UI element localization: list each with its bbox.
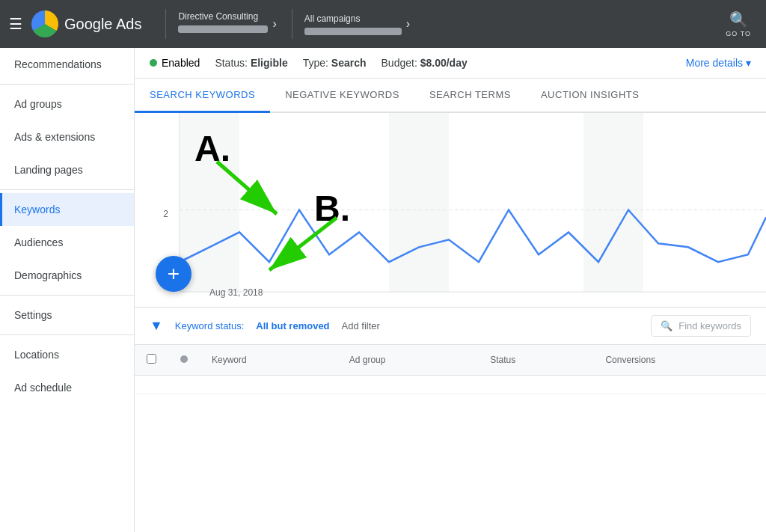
green-arrow-b [254, 210, 352, 293]
td-checkbox [135, 376, 168, 394]
chevron-down-icon: ▾ [746, 57, 751, 69]
td-conversions [593, 376, 766, 394]
sidebar-divider-1 [0, 84, 134, 85]
filter-status-label[interactable]: Keyword status: [175, 320, 245, 331]
status-value: Eligible [251, 57, 288, 69]
tab-negative-keywords[interactable]: NEGATIVE KEYWORDS [270, 79, 414, 113]
sidebar-item-settings[interactable]: Settings [0, 299, 134, 331]
account-name: Directive Consulting [178, 10, 268, 37]
status-dot-header [180, 355, 188, 363]
breadcrumb-chevron-1: › [272, 17, 276, 31]
sidebar-item-recommendations[interactable]: Recommendations [0, 48, 134, 81]
filter-status-value[interactable]: All but removed [256, 320, 329, 331]
add-filter-button[interactable]: Add filter [342, 320, 380, 331]
nav-divider [165, 9, 166, 39]
breadcrumb-section-1[interactable]: Directive Consulting › [178, 10, 279, 37]
select-all-checkbox[interactable] [147, 354, 156, 364]
budget-item: Budget: $8.00/day [382, 57, 468, 69]
add-keyword-button[interactable]: + [156, 256, 192, 292]
table-area: Keyword Ad group Status Conversions [135, 345, 766, 532]
svg-line-10 [269, 218, 337, 270]
tabs-bar: SEARCH KEYWORDS NEGATIVE KEYWORDS SEARCH… [135, 79, 766, 113]
google-ads-logo: Google Ads [31, 10, 141, 37]
app-body: Recommendations Ad groups Ads & extensio… [0, 48, 766, 532]
sidebar-item-ads-extensions[interactable]: Ads & extensions [0, 120, 134, 153]
tab-search-terms[interactable]: SEARCH TERMS [414, 79, 526, 113]
td-status-val [478, 376, 593, 394]
td-keyword [200, 376, 337, 394]
tab-auction-insights[interactable]: AUCTION INSIGHTS [526, 79, 655, 113]
sidebar-divider-4 [0, 334, 134, 335]
sidebar-divider-2 [0, 189, 134, 190]
search-icon: 🔍 [661, 320, 672, 331]
budget-label: Budget: [382, 57, 417, 69]
budget-value: $8.00/day [420, 57, 468, 69]
search-icon: 🔍 [729, 10, 748, 28]
td-status [168, 376, 200, 394]
svg-text:2: 2 [163, 209, 168, 219]
svg-rect-1 [389, 113, 449, 292]
breadcrumb-chevron-2: › [406, 17, 410, 31]
enabled-dot [150, 59, 157, 67]
sidebar-divider-3 [0, 295, 134, 296]
logo-icon [31, 10, 58, 37]
th-status: Status [478, 345, 593, 376]
th-keyword: Keyword [200, 345, 337, 376]
more-details-label: More details [686, 57, 743, 69]
sidebar-item-landing-pages[interactable]: Landing pages [0, 153, 134, 186]
top-nav: ☰ Google Ads Directive Consulting › All … [0, 0, 766, 48]
sidebar-item-locations[interactable]: Locations [0, 338, 134, 371]
type-item: Type: Search [303, 57, 367, 69]
chart-area: 2 Aug 31, 2018 A. B. [135, 113, 766, 308]
th-conversions: Conversions [593, 345, 766, 376]
logo-text: Google Ads [64, 16, 141, 33]
svg-rect-2 [583, 113, 643, 292]
enabled-label: Enabled [162, 57, 200, 69]
breadcrumb-section-2[interactable]: All campaigns › [304, 13, 413, 35]
th-checkbox [135, 345, 168, 376]
table-body [135, 376, 766, 394]
th-status-dot [168, 345, 200, 376]
more-details-button[interactable]: More details ▾ [686, 57, 751, 69]
breadcrumb: Directive Consulting › All campaigns › [178, 9, 413, 39]
filter-bar: ▼ Keyword status: All but removed Add fi… [135, 308, 766, 345]
status-enabled: Enabled [150, 57, 200, 69]
go-to-button[interactable]: 🔍 GO TO [720, 0, 757, 48]
table-header-row: Keyword Ad group Status Conversions [135, 345, 766, 376]
table-row [135, 376, 766, 394]
search-keywords-input[interactable]: 🔍 Find keywords [651, 315, 751, 337]
sidebar: Recommendations Ad groups Ads & extensio… [0, 48, 135, 532]
search-placeholder: Find keywords [678, 320, 741, 331]
svg-line-8 [217, 162, 277, 214]
td-adgroup [337, 376, 478, 394]
sidebar-item-adgroups[interactable]: Ad groups [0, 88, 134, 120]
nav-divider-2 [292, 9, 292, 39]
sidebar-item-keywords[interactable]: Keywords [0, 193, 134, 226]
keywords-table: Keyword Ad group Status Conversions [135, 345, 766, 394]
status-item: Status: Eligible [215, 57, 287, 69]
th-adgroup: Ad group [337, 345, 478, 376]
sidebar-item-demographics[interactable]: Demographics [0, 259, 134, 292]
campaign-name: All campaigns [304, 13, 402, 35]
tab-search-keywords[interactable]: SEARCH KEYWORDS [135, 79, 270, 113]
filter-icon: ▼ [150, 318, 163, 334]
status-label: Status: [215, 57, 248, 69]
status-bar: Enabled Status: Eligible Type: Search Bu… [135, 48, 766, 79]
type-value: Search [331, 57, 367, 69]
sidebar-item-adschedule[interactable]: Ad schedule [0, 371, 134, 404]
go-to-label: GO TO [726, 30, 751, 37]
hamburger-menu[interactable]: ☰ [9, 15, 22, 33]
type-label: Type: [303, 57, 328, 69]
sidebar-item-audiences[interactable]: Audiences [0, 226, 134, 259]
main-content: Enabled Status: Eligible Type: Search Bu… [135, 48, 766, 532]
